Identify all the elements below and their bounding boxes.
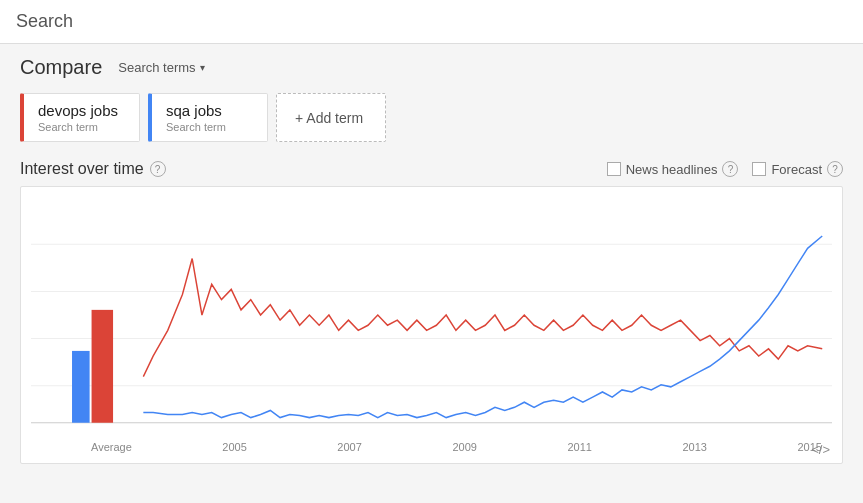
term-type-devops: Search term <box>38 121 125 133</box>
x-label-2011: 2011 <box>567 441 591 453</box>
search-label: Search <box>16 11 73 32</box>
x-label-avg: Average <box>91 441 132 453</box>
x-axis-labels: Average 2005 2007 2009 2011 2013 2015 <box>31 437 832 453</box>
news-help-icon[interactable]: ? <box>722 161 738 177</box>
top-bar: Search <box>0 0 863 44</box>
term-name-devops: devops jobs <box>38 102 125 119</box>
chevron-down-icon: ▾ <box>200 62 205 73</box>
term-card-devops[interactable]: devops jobs Search term <box>20 93 140 142</box>
help-icon[interactable]: ? <box>150 161 166 177</box>
terms-row: devops jobs Search term sqa jobs Search … <box>20 93 843 142</box>
x-label-2009: 2009 <box>452 441 476 453</box>
chart-svg <box>31 197 832 433</box>
section-title: Interest over time ? <box>20 160 166 178</box>
search-terms-label: Search terms <box>118 60 195 75</box>
forecast-control[interactable]: Forecast ? <box>752 161 843 177</box>
search-terms-dropdown[interactable]: Search terms ▾ <box>112 56 210 79</box>
add-term-label: + Add term <box>295 110 363 126</box>
x-label-2007: 2007 <box>337 441 361 453</box>
news-checkbox[interactable] <box>607 162 621 176</box>
embed-icon[interactable]: </> <box>811 442 830 457</box>
chart-container: Average 2005 2007 2009 2011 2013 2015 </… <box>20 186 843 464</box>
x-label-2013: 2013 <box>682 441 706 453</box>
forecast-help-icon[interactable]: ? <box>827 161 843 177</box>
avg-bar-devops <box>92 310 113 423</box>
section-controls: News headlines ? Forecast ? <box>607 161 843 177</box>
add-term-button[interactable]: + Add term <box>276 93 386 142</box>
section-header: Interest over time ? News headlines ? Fo… <box>20 160 843 178</box>
x-label-2005: 2005 <box>222 441 246 453</box>
page-content: Compare Search terms ▾ devops jobs Searc… <box>0 44 863 476</box>
forecast-checkbox[interactable] <box>752 162 766 176</box>
news-headlines-control[interactable]: News headlines ? <box>607 161 739 177</box>
interest-title: Interest over time <box>20 160 144 178</box>
news-label: News headlines <box>626 162 718 177</box>
term-card-sqa[interactable]: sqa jobs Search term <box>148 93 268 142</box>
forecast-label: Forecast <box>771 162 822 177</box>
term-name-sqa: sqa jobs <box>166 102 253 119</box>
avg-bar-sqa <box>72 351 90 423</box>
compare-header: Compare Search terms ▾ <box>20 56 843 79</box>
compare-title: Compare <box>20 56 102 79</box>
term-type-sqa: Search term <box>166 121 253 133</box>
